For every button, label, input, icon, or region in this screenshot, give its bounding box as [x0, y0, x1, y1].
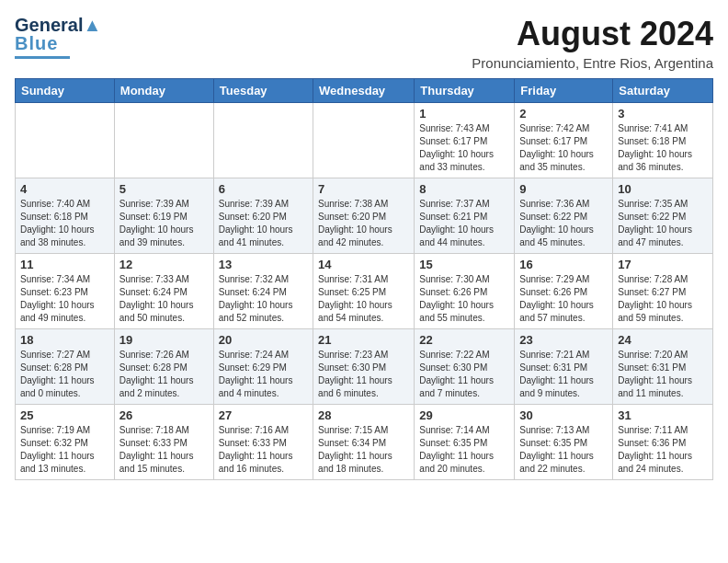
calendar-cell: 11Sunrise: 7:34 AMSunset: 6:23 PMDayligh…	[16, 254, 115, 329]
day-number: 30	[519, 408, 608, 422]
calendar-cell: 24Sunrise: 7:20 AMSunset: 6:31 PMDayligh…	[613, 329, 713, 405]
calendar-header-row: SundayMondayTuesdayWednesdayThursdayFrid…	[16, 79, 713, 103]
day-info: Sunrise: 7:39 AMSunset: 6:20 PMDaylight:…	[219, 198, 308, 249]
day-number: 7	[318, 182, 409, 196]
calendar-cell	[313, 103, 415, 178]
day-number: 16	[519, 258, 608, 271]
day-info: Sunrise: 7:30 AMSunset: 6:26 PMDaylight:…	[419, 273, 509, 325]
day-number: 20	[219, 333, 308, 347]
day-number: 21	[318, 333, 409, 347]
day-number: 9	[519, 182, 608, 196]
calendar-cell: 22Sunrise: 7:22 AMSunset: 6:30 PMDayligh…	[415, 329, 515, 405]
day-info: Sunrise: 7:22 AMSunset: 6:30 PMDaylight:…	[419, 349, 509, 400]
calendar-subtitle: Pronunciamiento, Entre Rios, Argentina	[472, 55, 713, 71]
day-info: Sunrise: 7:40 AMSunset: 6:18 PMDaylight:…	[20, 198, 109, 249]
day-info: Sunrise: 7:14 AMSunset: 6:35 PMDaylight:…	[419, 424, 509, 476]
calendar-title: August 2024	[472, 15, 713, 53]
day-info: Sunrise: 7:19 AMSunset: 6:32 PMDaylight:…	[20, 424, 109, 476]
calendar-cell: 2Sunrise: 7:42 AMSunset: 6:17 PMDaylight…	[515, 103, 613, 178]
header-monday: Monday	[114, 79, 213, 103]
calendar-cell: 19Sunrise: 7:26 AMSunset: 6:28 PMDayligh…	[114, 329, 213, 405]
day-number: 24	[618, 333, 708, 347]
calendar-cell: 30Sunrise: 7:13 AMSunset: 6:35 PMDayligh…	[515, 405, 613, 480]
calendar-cell	[16, 103, 115, 178]
day-number: 11	[20, 258, 109, 271]
calendar-cell: 29Sunrise: 7:14 AMSunset: 6:35 PMDayligh…	[415, 405, 515, 480]
calendar-cell: 17Sunrise: 7:28 AMSunset: 6:27 PMDayligh…	[613, 254, 713, 329]
day-info: Sunrise: 7:33 AMSunset: 6:24 PMDaylight:…	[119, 273, 209, 325]
day-info: Sunrise: 7:18 AMSunset: 6:33 PMDaylight:…	[119, 424, 209, 476]
day-number: 23	[519, 333, 608, 347]
calendar-week-2: 11Sunrise: 7:34 AMSunset: 6:23 PMDayligh…	[16, 254, 713, 329]
day-number: 6	[219, 182, 308, 196]
calendar-cell: 18Sunrise: 7:27 AMSunset: 6:28 PMDayligh…	[16, 329, 115, 405]
logo-underline	[15, 56, 70, 59]
day-info: Sunrise: 7:41 AMSunset: 6:18 PMDaylight:…	[618, 122, 708, 174]
header-saturday: Saturday	[613, 79, 713, 103]
day-number: 15	[419, 258, 509, 271]
header-tuesday: Tuesday	[213, 79, 313, 103]
calendar-cell: 7Sunrise: 7:38 AMSunset: 6:20 PMDaylight…	[313, 178, 415, 254]
calendar-cell: 23Sunrise: 7:21 AMSunset: 6:31 PMDayligh…	[515, 329, 613, 405]
day-info: Sunrise: 7:39 AMSunset: 6:19 PMDaylight:…	[119, 198, 209, 249]
day-info: Sunrise: 7:43 AMSunset: 6:17 PMDaylight:…	[419, 122, 509, 174]
calendar-cell: 25Sunrise: 7:19 AMSunset: 6:32 PMDayligh…	[16, 405, 115, 480]
day-number: 18	[20, 333, 109, 347]
day-info: Sunrise: 7:42 AMSunset: 6:17 PMDaylight:…	[519, 122, 608, 174]
day-info: Sunrise: 7:35 AMSunset: 6:22 PMDaylight:…	[618, 198, 708, 249]
day-number: 29	[419, 408, 509, 422]
day-number: 31	[618, 408, 708, 422]
calendar-cell: 9Sunrise: 7:36 AMSunset: 6:22 PMDaylight…	[515, 178, 613, 254]
day-info: Sunrise: 7:23 AMSunset: 6:30 PMDaylight:…	[318, 349, 409, 400]
day-number: 19	[119, 333, 209, 347]
logo: General▲ Blue	[15, 15, 101, 59]
day-info: Sunrise: 7:20 AMSunset: 6:31 PMDaylight:…	[618, 349, 708, 400]
day-info: Sunrise: 7:36 AMSunset: 6:22 PMDaylight:…	[519, 198, 608, 249]
logo-blue: Blue	[15, 33, 58, 54]
day-number: 27	[219, 408, 308, 422]
calendar-cell: 6Sunrise: 7:39 AMSunset: 6:20 PMDaylight…	[213, 178, 313, 254]
calendar-week-4: 25Sunrise: 7:19 AMSunset: 6:32 PMDayligh…	[16, 405, 713, 480]
day-info: Sunrise: 7:38 AMSunset: 6:20 PMDaylight:…	[318, 198, 409, 249]
day-info: Sunrise: 7:15 AMSunset: 6:34 PMDaylight:…	[318, 424, 409, 476]
calendar-cell: 16Sunrise: 7:29 AMSunset: 6:26 PMDayligh…	[515, 254, 613, 329]
calendar-week-1: 4Sunrise: 7:40 AMSunset: 6:18 PMDaylight…	[16, 178, 713, 254]
day-number: 5	[119, 182, 209, 196]
day-info: Sunrise: 7:13 AMSunset: 6:35 PMDaylight:…	[519, 424, 608, 476]
calendar-cell: 8Sunrise: 7:37 AMSunset: 6:21 PMDaylight…	[415, 178, 515, 254]
calendar-cell	[213, 103, 313, 178]
day-number: 8	[419, 182, 509, 196]
calendar-cell: 4Sunrise: 7:40 AMSunset: 6:18 PMDaylight…	[16, 178, 115, 254]
calendar-cell: 13Sunrise: 7:32 AMSunset: 6:24 PMDayligh…	[213, 254, 313, 329]
day-number: 22	[419, 333, 509, 347]
day-number: 14	[318, 258, 409, 271]
day-info: Sunrise: 7:27 AMSunset: 6:28 PMDaylight:…	[20, 349, 109, 400]
calendar-table: SundayMondayTuesdayWednesdayThursdayFrid…	[15, 78, 713, 480]
day-number: 28	[318, 408, 409, 422]
logo-text: General▲	[15, 15, 101, 35]
day-info: Sunrise: 7:26 AMSunset: 6:28 PMDaylight:…	[119, 349, 209, 400]
calendar-cell	[114, 103, 213, 178]
header-sunday: Sunday	[16, 79, 115, 103]
calendar-cell: 15Sunrise: 7:30 AMSunset: 6:26 PMDayligh…	[415, 254, 515, 329]
day-info: Sunrise: 7:34 AMSunset: 6:23 PMDaylight:…	[20, 273, 109, 325]
title-section: August 2024 Pronunciamiento, Entre Rios,…	[472, 15, 713, 71]
day-number: 3	[618, 107, 708, 121]
day-info: Sunrise: 7:37 AMSunset: 6:21 PMDaylight:…	[419, 198, 509, 249]
day-info: Sunrise: 7:24 AMSunset: 6:29 PMDaylight:…	[219, 349, 308, 400]
day-info: Sunrise: 7:21 AMSunset: 6:31 PMDaylight:…	[519, 349, 608, 400]
day-number: 2	[519, 107, 608, 121]
calendar-cell: 26Sunrise: 7:18 AMSunset: 6:33 PMDayligh…	[114, 405, 213, 480]
calendar-cell: 1Sunrise: 7:43 AMSunset: 6:17 PMDaylight…	[415, 103, 515, 178]
day-info: Sunrise: 7:32 AMSunset: 6:24 PMDaylight:…	[219, 273, 308, 325]
day-number: 26	[119, 408, 209, 422]
calendar-cell: 5Sunrise: 7:39 AMSunset: 6:19 PMDaylight…	[114, 178, 213, 254]
calendar-cell: 21Sunrise: 7:23 AMSunset: 6:30 PMDayligh…	[313, 329, 415, 405]
day-info: Sunrise: 7:11 AMSunset: 6:36 PMDaylight:…	[618, 424, 708, 476]
day-number: 12	[119, 258, 209, 271]
page-header: General▲ Blue August 2024 Pronunciamient…	[15, 15, 713, 71]
calendar-cell: 20Sunrise: 7:24 AMSunset: 6:29 PMDayligh…	[213, 329, 313, 405]
header-friday: Friday	[515, 79, 613, 103]
day-number: 1	[419, 107, 509, 121]
calendar-cell: 28Sunrise: 7:15 AMSunset: 6:34 PMDayligh…	[313, 405, 415, 480]
